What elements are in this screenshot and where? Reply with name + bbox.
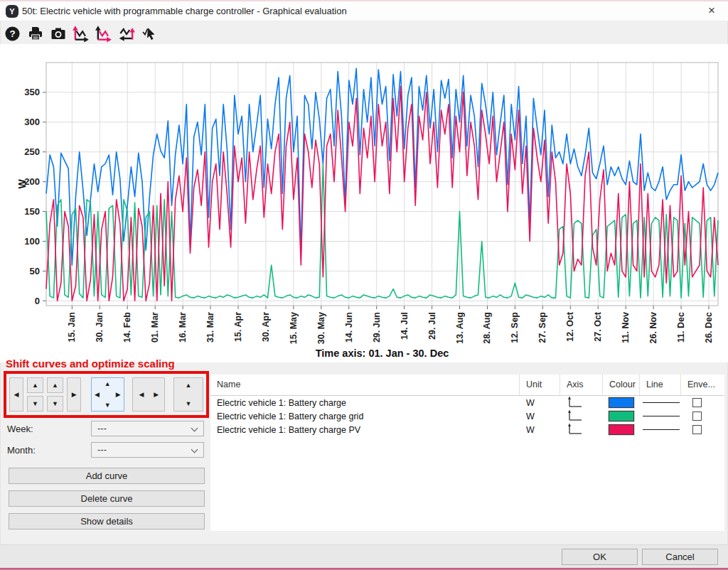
column-header-unit[interactable]: Unit bbox=[520, 375, 560, 395]
optimize-both-axes-button[interactable]: ▲ ▼ ◀ ▶ bbox=[91, 377, 124, 412]
week-label: Week: bbox=[7, 424, 33, 434]
axis-icon bbox=[560, 396, 603, 410]
envelope-checkbox[interactable] bbox=[692, 412, 702, 421]
colour-swatch[interactable] bbox=[609, 424, 634, 435]
chart-area: 05010015020025030035015. Jan30. Jan14. F… bbox=[0, 44, 728, 362]
line-style-sample[interactable] bbox=[643, 402, 680, 403]
up-triangle-icon: ▲ bbox=[105, 380, 111, 387]
svg-text:31. Mar: 31. Mar bbox=[205, 312, 215, 343]
shift-vertical-small-group: ▲ ▼ bbox=[27, 377, 43, 412]
svg-text:16. Mar: 16. Mar bbox=[178, 312, 188, 343]
svg-text:14. Jun: 14. Jun bbox=[344, 312, 354, 343]
select-curve-pointer-icon[interactable] bbox=[139, 24, 159, 43]
snapshot-camera-icon[interactable] bbox=[48, 24, 68, 43]
svg-text:0: 0 bbox=[35, 296, 40, 306]
right-triangle-icon: ▶ bbox=[116, 391, 121, 398]
optimize-y-axis-button[interactable]: ▲ ▼ bbox=[173, 377, 203, 412]
svg-text:30. May: 30. May bbox=[316, 312, 326, 344]
shift-down-large-button[interactable]: ▼ bbox=[47, 396, 63, 412]
svg-text:30. Apr: 30. Apr bbox=[261, 312, 271, 342]
curve-row[interactable]: Electric vehicle 1: Battery charge grid … bbox=[210, 409, 724, 423]
dialog-footer: OK Cancel bbox=[0, 544, 728, 568]
shift-down-small-button[interactable]: ▼ bbox=[27, 396, 43, 412]
table-header: Name Unit Axis Colour Line Enve... bbox=[210, 375, 724, 396]
left-triangle-icon: ◀ bbox=[139, 391, 144, 398]
app-logo-icon: Y bbox=[6, 5, 18, 18]
month-label: Month: bbox=[7, 445, 36, 456]
optimize-x-axis-button[interactable]: ◀ ▶ bbox=[132, 377, 165, 412]
shift-vertical-large-group: ▲ ▼ bbox=[47, 377, 63, 412]
print-icon[interactable] bbox=[26, 24, 45, 43]
svg-text:Time axis: 01. Jan - 30. Dec: Time axis: 01. Jan - 30. Dec bbox=[316, 348, 449, 359]
shift-left-button[interactable]: ◀ bbox=[9, 377, 23, 412]
up-triangle-icon: ▲ bbox=[186, 382, 192, 389]
svg-text:15. May: 15. May bbox=[289, 312, 299, 344]
shift-controls-group: ◀ ▲ ▼ ▲ ▼ ▶ ▲ ▼ ◀ ▶ ◀ ▶ ▲ ▼ bbox=[4, 371, 209, 418]
down-triangle-icon: ▼ bbox=[52, 400, 58, 407]
svg-text:50: 50 bbox=[30, 266, 40, 276]
column-header-axis[interactable]: Axis bbox=[560, 375, 603, 395]
svg-text:350: 350 bbox=[24, 87, 40, 97]
month-value: --- bbox=[97, 444, 107, 455]
envelope-checkbox[interactable] bbox=[692, 425, 702, 434]
timeseries-chart: 05010015020025030035015. Jan30. Jan14. F… bbox=[0, 44, 728, 362]
column-header-line[interactable]: Line bbox=[640, 375, 681, 395]
shift-up-large-button[interactable]: ▲ bbox=[47, 377, 63, 393]
svg-text:27. Sep: 27. Sep bbox=[537, 312, 547, 343]
svg-text:14. Jul: 14. Jul bbox=[400, 312, 410, 340]
curve-row[interactable]: Electric vehicle 1: Battery charge W bbox=[210, 396, 724, 409]
curve-name: Electric vehicle 1: Battery charge grid bbox=[210, 412, 520, 421]
title-bar: Y 50t: Electric vehicle with programmabl… bbox=[0, 1, 728, 21]
close-icon[interactable]: × bbox=[701, 1, 722, 21]
week-value: --- bbox=[97, 423, 107, 434]
show-details-button[interactable]: Show details bbox=[9, 513, 205, 529]
column-header-name[interactable]: Name bbox=[210, 375, 520, 395]
colour-swatch[interactable] bbox=[609, 397, 634, 408]
curves-table: Name Unit Axis Colour Line Enve... Elect… bbox=[210, 375, 724, 531]
curve-row[interactable]: Electric vehicle 1: Battery charge PV W bbox=[210, 423, 724, 436]
svg-text:150: 150 bbox=[24, 206, 40, 217]
help-icon[interactable]: ? bbox=[3, 24, 22, 43]
column-header-colour[interactable]: Colour bbox=[603, 375, 640, 395]
up-triangle-icon: ▲ bbox=[32, 382, 38, 389]
month-select[interactable]: --- bbox=[91, 442, 204, 458]
ok-button[interactable]: OK bbox=[562, 549, 638, 565]
optimize-scaling-icon[interactable] bbox=[117, 24, 136, 43]
down-triangle-icon: ▼ bbox=[105, 402, 111, 409]
line-style-sample[interactable] bbox=[643, 429, 680, 430]
envelope-checkbox[interactable] bbox=[692, 398, 702, 407]
curve-name: Electric vehicle 1: Battery charge PV bbox=[210, 425, 520, 435]
svg-text:300: 300 bbox=[24, 117, 40, 127]
curve-name: Electric vehicle 1: Battery charge bbox=[210, 398, 520, 408]
week-select[interactable]: --- bbox=[91, 421, 204, 436]
shift-curves-heading: Shift curves and optimize scaling bbox=[6, 357, 175, 370]
svg-text:15. Apr: 15. Apr bbox=[233, 312, 243, 342]
shift-curves-x-icon[interactable] bbox=[71, 24, 90, 43]
svg-text:?: ? bbox=[9, 28, 15, 39]
window-title: 50t: Electric vehicle with programmable … bbox=[22, 1, 347, 21]
svg-text:26. Nov: 26. Nov bbox=[648, 312, 658, 344]
right-triangle-icon: ▶ bbox=[72, 391, 77, 398]
svg-text:12. Oct: 12. Oct bbox=[565, 311, 575, 342]
svg-text:27. Oct: 27. Oct bbox=[593, 311, 603, 342]
svg-text:28. Aug: 28. Aug bbox=[482, 312, 492, 344]
svg-text:15. Jan: 15. Jan bbox=[67, 312, 77, 342]
toolbar: ? bbox=[3, 23, 159, 43]
shift-up-small-button[interactable]: ▲ bbox=[27, 377, 43, 393]
cancel-button[interactable]: Cancel bbox=[642, 549, 718, 565]
column-header-envelope[interactable]: Enve... bbox=[681, 375, 724, 395]
svg-text:W: W bbox=[16, 179, 28, 189]
add-curve-button[interactable]: Add curve bbox=[9, 468, 205, 484]
delete-curve-button[interactable]: Delete curve bbox=[9, 490, 205, 507]
svg-text:11. Dec: 11. Dec bbox=[676, 312, 686, 343]
chevron-down-icon bbox=[191, 425, 198, 432]
shift-right-button[interactable]: ▶ bbox=[67, 377, 81, 412]
line-style-sample[interactable] bbox=[643, 416, 680, 416]
shift-curves-y-icon[interactable] bbox=[94, 24, 113, 43]
svg-text:01. Mar: 01. Mar bbox=[150, 312, 160, 343]
colour-swatch[interactable] bbox=[609, 411, 634, 421]
right-triangle-icon: ▶ bbox=[154, 391, 159, 398]
down-triangle-icon: ▼ bbox=[186, 400, 192, 407]
svg-text:100: 100 bbox=[24, 236, 40, 247]
svg-text:14. Feb: 14. Feb bbox=[122, 312, 132, 343]
